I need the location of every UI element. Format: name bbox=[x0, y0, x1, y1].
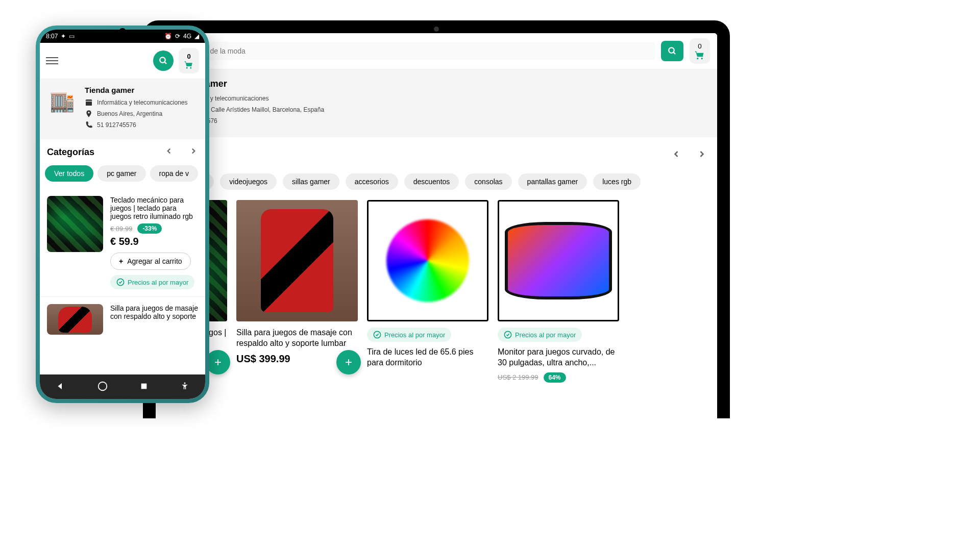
product-grid: o mecánico para juegos | para juegos ret… bbox=[156, 200, 717, 385]
add-button[interactable]: + bbox=[336, 350, 361, 374]
chip-ver-todos[interactable]: Ver todos bbox=[45, 165, 93, 182]
app-header: 0 bbox=[40, 43, 205, 79]
product-image bbox=[498, 200, 619, 321]
svg-line-1 bbox=[673, 52, 675, 54]
svg-point-4 bbox=[160, 57, 165, 63]
store-category: Informática y telecomunicaciones bbox=[97, 99, 187, 106]
search-button[interactable] bbox=[153, 51, 174, 71]
phone-frame: 8:07 ✦ ▭ ⏰ ⟳ 4G ◢ 0 bbox=[36, 26, 209, 403]
store-address-row: Camp Nou, Calle Arístides Maillol, Barce… bbox=[166, 106, 707, 114]
product-card[interactable]: Silla para juegos de masaje con respaldo… bbox=[236, 200, 358, 385]
chip-videojuegos[interactable]: videojuegos bbox=[220, 173, 277, 190]
category-chips: pc gamer videojuegos sillas gamer acceso… bbox=[156, 173, 717, 200]
menu-button[interactable] bbox=[46, 57, 58, 64]
product-card[interactable]: Precios al por mayor Tira de luces led d… bbox=[367, 200, 488, 385]
product-card[interactable]: Precios al por mayor Monitor para juegos… bbox=[498, 200, 619, 385]
categories-title: Categorías bbox=[47, 147, 94, 158]
store-category-row: Informática y telecomunicaciones bbox=[85, 98, 198, 107]
wholesale-badge: Precios al por mayor bbox=[110, 275, 194, 289]
chip-descuentos[interactable]: descuentos bbox=[404, 173, 459, 190]
chip-sillas-gamer[interactable]: sillas gamer bbox=[283, 173, 339, 190]
next-button[interactable] bbox=[697, 149, 707, 162]
chip-pc-gamer[interactable]: pc gamer bbox=[97, 165, 145, 182]
chip-accesorios[interactable]: accesorios bbox=[346, 173, 398, 190]
product-image bbox=[47, 196, 103, 252]
desktop-header: 0 bbox=[156, 33, 717, 69]
store-phone-row: 51 912745576 bbox=[85, 121, 198, 129]
search-icon bbox=[159, 56, 168, 65]
android-nav-bar bbox=[40, 374, 205, 399]
square-recents-icon bbox=[140, 382, 148, 390]
product-title: Tira de luces led de 65.6 pies para dorm… bbox=[367, 347, 488, 368]
cart-count: 0 bbox=[698, 42, 701, 50]
store-category-row: Informática y telecomunicaciones bbox=[166, 94, 707, 103]
store-info-panel: 🏬 Tienda gamer Informática y telecomunic… bbox=[40, 79, 205, 139]
back-button[interactable] bbox=[56, 382, 65, 392]
signal-icon: ◢ bbox=[194, 33, 199, 40]
store-logo: 🏬 bbox=[47, 86, 78, 116]
categories-nav bbox=[164, 146, 198, 158]
price-row: € 89.99 -33% bbox=[110, 223, 198, 234]
add-label: Agregar al carrito bbox=[127, 257, 182, 265]
chip-luces-rgb[interactable]: luces rgb bbox=[593, 173, 641, 190]
search-input[interactable] bbox=[163, 42, 655, 60]
product-title: Teclado mecánico para juegos | teclado p… bbox=[110, 196, 198, 220]
chip-ropa[interactable]: ropa de v bbox=[150, 165, 198, 182]
price-row: US$ 2 199.99 64% bbox=[498, 372, 619, 383]
chevron-left-icon bbox=[164, 146, 174, 156]
prev-button[interactable] bbox=[671, 149, 681, 162]
phone-screen: 8:07 ✦ ▭ ⏰ ⟳ 4G ◢ 0 bbox=[40, 30, 205, 399]
product-title: Monitor para juegos curvado, de 30 pulga… bbox=[498, 347, 619, 368]
alarm-icon: ⏰ bbox=[164, 33, 172, 40]
prev-button[interactable] bbox=[164, 146, 174, 158]
product-title: Silla para juegos de masaje con respaldo… bbox=[110, 304, 198, 320]
product-list-item[interactable]: Teclado mecánico para juegos | teclado p… bbox=[40, 189, 205, 297]
wholesale-badge: Precios al por mayor bbox=[367, 328, 451, 342]
chevron-right-icon bbox=[697, 149, 707, 159]
laptop-screen: 0 Tienda Gamer Informática y telecomunic… bbox=[156, 33, 717, 418]
cart-icon bbox=[184, 60, 193, 69]
check-circle-icon bbox=[504, 331, 512, 339]
triangle-back-icon bbox=[56, 382, 65, 391]
categories-nav bbox=[671, 149, 707, 162]
product-title: Silla para juegos de masaje con respaldo… bbox=[236, 328, 358, 349]
sync-icon: ⟳ bbox=[175, 33, 180, 40]
wholesale-label: Precios al por mayor bbox=[515, 331, 576, 339]
chip-consolas[interactable]: consolas bbox=[465, 173, 511, 190]
categories-header: Categorías bbox=[40, 139, 205, 165]
old-price: € 89.99 bbox=[110, 225, 132, 233]
phone-camera bbox=[119, 28, 126, 35]
product-image bbox=[367, 200, 488, 321]
cart-button[interactable]: 0 bbox=[179, 48, 199, 73]
chevron-right-icon bbox=[189, 146, 198, 156]
wholesale-label: Precios al por mayor bbox=[384, 331, 445, 339]
accessibility-button[interactable] bbox=[180, 382, 189, 392]
home-button[interactable] bbox=[97, 381, 108, 393]
svg-line-5 bbox=[164, 62, 166, 64]
next-button[interactable] bbox=[189, 146, 198, 158]
product-image bbox=[236, 200, 358, 321]
phone-icon bbox=[85, 121, 93, 129]
svg-point-7 bbox=[99, 382, 107, 390]
old-price: US$ 2 199.99 bbox=[498, 373, 538, 381]
product-list-item[interactable]: Silla para juegos de masaje con respaldo… bbox=[40, 297, 205, 342]
store-location: Buenos Aires, Argentina bbox=[97, 110, 162, 117]
add-to-cart-button[interactable]: + Agregar al carrito bbox=[110, 253, 191, 270]
add-button[interactable]: + bbox=[206, 350, 230, 374]
svg-rect-8 bbox=[141, 383, 147, 389]
wholesale-label: Precios al por mayor bbox=[128, 279, 188, 286]
chevron-left-icon bbox=[671, 149, 681, 159]
store-name: Tienda Gamer bbox=[166, 79, 707, 89]
search-button[interactable] bbox=[661, 41, 683, 61]
categories-header: rías bbox=[156, 137, 717, 173]
check-circle-icon bbox=[116, 278, 125, 286]
svg-point-0 bbox=[669, 47, 674, 53]
cart-icon bbox=[695, 50, 705, 60]
recents-button[interactable] bbox=[140, 382, 148, 392]
device-icon: ▭ bbox=[69, 33, 75, 40]
search-icon bbox=[668, 46, 677, 56]
chip-pantallas-gamer[interactable]: pantallas gamer bbox=[518, 173, 587, 190]
store-phone-row: 51 912745576 bbox=[166, 117, 707, 125]
cart-button[interactable]: 0 bbox=[690, 38, 710, 64]
status-time: 8:07 bbox=[46, 33, 58, 40]
